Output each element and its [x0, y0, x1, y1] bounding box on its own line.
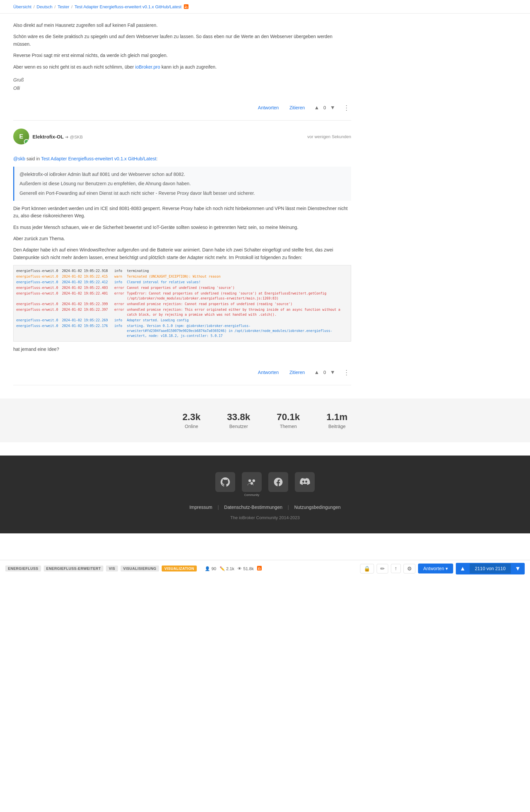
topic-link[interactable]: Test Adapter Energiefluss-erweitert v0.1…: [41, 156, 156, 161]
facebook-icon[interactable]: [268, 472, 288, 492]
post2-vote-down[interactable]: ▼: [328, 369, 337, 376]
github-icon[interactable]: [215, 472, 235, 492]
log-time: 2024-01-02 19:05:22.415: [62, 274, 112, 279]
post2-username[interactable]: Elektrofix-OL: [32, 134, 63, 140]
stat-topics-number: 70.1k: [277, 412, 300, 422]
stat-users: 33.8k Benutzer: [227, 412, 250, 429]
post2-vote-count: 0: [322, 370, 327, 375]
post2-more-btn[interactable]: ⋮: [342, 368, 351, 377]
discord-icon[interactable]: [295, 472, 315, 492]
iobroker-pro-link[interactable]: ioBroker.pro: [135, 64, 160, 70]
post2-avatar: E: [13, 129, 29, 144]
breadcrumb-sep-2: /: [54, 4, 56, 9]
log-time: 2024-01-02 19:05:22.399: [62, 302, 112, 306]
stat-topics-label: Themen: [277, 424, 300, 429]
stat-users-label: Benutzer: [227, 424, 250, 429]
log-time: 2024-01-02 19:05:22.401: [62, 291, 112, 301]
page-up-btn[interactable]: ▲: [456, 563, 470, 575]
breadcrumb-deutsch[interactable]: Deutsch: [37, 4, 53, 9]
log-msg: terminating: [127, 269, 348, 273]
stat-posts-number: 1.1m: [326, 412, 348, 422]
rss-icon[interactable]: [183, 4, 189, 9]
log-name: energiefluss-erweit.0: [16, 291, 59, 301]
log-row: energiefluss-erweit.0 2024-01-02 19:05:2…: [16, 317, 348, 323]
bottom-bar: ENERGIEFLUSS ENERGIEFLUSS-ERWEITERT VIS …: [0, 560, 530, 577]
share-btn[interactable]: ↑: [391, 564, 401, 573]
post2-line2: Es muss jeder Mensch schauen, wie er die…: [13, 223, 351, 231]
stat-posts: 1.1m Beiträge: [326, 412, 348, 429]
log-name: energiefluss-erweit.0: [16, 307, 59, 317]
breadcrumb-topic[interactable]: Test Adapter Energiefluss-erweitert v0.1…: [75, 4, 181, 9]
views-icon: 👁: [237, 566, 242, 571]
tag-energiefluss[interactable]: ENERGIEFLUSS: [5, 566, 41, 571]
post2-reply-btn[interactable]: Antworten: [255, 368, 282, 376]
post1-vote-down[interactable]: ▼: [328, 104, 337, 111]
log-msg: starting. Version 0.1.0 (npm: @iobroker/…: [127, 323, 348, 338]
log-name: energiefluss-erweit.0: [16, 274, 59, 279]
footer-icons: Community: [13, 472, 517, 497]
post1-vote-group: ▲ 0 ▼: [313, 104, 337, 111]
post2-time: vor wenigen Sekunden: [307, 134, 351, 139]
log-time: 2024-01-02 19:05:22.403: [62, 285, 112, 290]
post1-more-btn[interactable]: ⋮: [342, 103, 351, 112]
post1-body: Also direkt auf mein Hausnetz zugreifen …: [13, 14, 351, 100]
log-row: energiefluss-erweit.0 2024-01-02 19:05:2…: [16, 285, 348, 291]
post1-line3: Reverse Proxi sagt mir erst einmal nicht…: [13, 52, 351, 59]
tag-energiefluss-erweitert[interactable]: ENERGIEFLUSS-ERWEITERT: [44, 566, 104, 571]
page-down-btn[interactable]: ▼: [511, 563, 525, 575]
log-name: energiefluss-erweit.0: [16, 302, 59, 306]
svg-point-1: [185, 7, 186, 8]
online-badge: [24, 139, 29, 144]
post1-vote-up[interactable]: ▲: [313, 104, 321, 111]
log-level: error: [114, 302, 124, 306]
post2-quote-btn[interactable]: Zitieren: [287, 368, 308, 376]
footer-datenschutz[interactable]: Datenschutz-Bestimmungen: [224, 505, 282, 510]
footer-impressum[interactable]: Impressum: [190, 505, 212, 510]
post1-line2: Schön wäre es die Seite praktisch zu spi…: [13, 33, 351, 48]
footer-nutzung[interactable]: Nutzungsbedingungen: [294, 505, 340, 510]
stat-online: 2.3k Online: [182, 412, 201, 429]
log-name: energiefluss-erweit.0: [16, 269, 59, 273]
post2-body: @skb said in Test Adapter Energiefluss-e…: [13, 147, 351, 365]
log-name: energiefluss-erweit.0: [16, 318, 59, 323]
mention-skb: @skb: [13, 156, 25, 161]
footer-links: Impressum | Datenschutz-Bestimmungen | N…: [13, 505, 517, 510]
svg-point-2: [248, 479, 251, 482]
log-row: energiefluss-erweit.0 2024-01-02 19:05:2…: [16, 301, 348, 307]
post1-reply-btn[interactable]: Antworten: [255, 104, 282, 112]
breadcrumb-overview[interactable]: Übersicht: [13, 4, 31, 9]
post2-vote-up[interactable]: ▲: [313, 369, 321, 376]
log-msg: Terminated (UNCAUGHT_EXCEPTION): Without…: [127, 274, 348, 279]
svg-point-3: [252, 479, 255, 482]
log-row: energiefluss-erweit.0 2024-01-02 19:05:2…: [16, 307, 348, 317]
footer-copyright: The ioBroker Community 2014-2023: [13, 515, 517, 520]
tag-visualisierung[interactable]: VISUALISIERUNG: [121, 566, 159, 571]
reply-button[interactable]: Antworten ▾: [418, 564, 453, 574]
tag-visualization[interactable]: VISUALIZATION: [162, 566, 197, 571]
stat-users-number: 33.8k: [227, 412, 250, 422]
rss-icon-bottom[interactable]: [257, 566, 262, 571]
post1-signature: Gruß Olli: [13, 76, 351, 92]
breadcrumb-tester[interactable]: Tester: [58, 4, 69, 9]
log-name: energiefluss-erweit.0: [16, 280, 59, 285]
stat-members: 👤 90: [205, 566, 216, 571]
log-row: energiefluss-erweit.0 2024-01-02 19:05:2…: [16, 268, 348, 274]
post1-quote-btn[interactable]: Zitieren: [287, 104, 308, 112]
lock-btn[interactable]: 🔒: [360, 564, 374, 574]
log-time: 2024-01-02 19:05:22.176: [62, 323, 112, 338]
views-count: 51.8k: [243, 566, 254, 571]
post2-line1: Die Port können verändert werden und im …: [13, 205, 351, 220]
log-level: info: [114, 269, 124, 273]
tag-vis[interactable]: VIS: [106, 566, 118, 571]
log-name: energiefluss-erweit.0: [16, 323, 59, 338]
stat-posts-label: Beiträge: [326, 424, 348, 429]
edit-btn[interactable]: ✏: [377, 564, 388, 574]
post1-line4: Aber wenn es so nicht geht ist es auch n…: [13, 63, 351, 71]
breadcrumb-sep-1: /: [33, 4, 35, 9]
settings-btn[interactable]: ⚙: [403, 564, 415, 574]
reply-chevron: ▾: [445, 566, 448, 571]
community-icon-wrapper[interactable]: Community: [242, 472, 262, 497]
log-row: energiefluss-erweit.0 2024-01-02 19:05:2…: [16, 291, 348, 301]
log-time: 2024-01-02 19:05:22.412: [62, 280, 112, 285]
reply-btn-label: Antworten: [423, 566, 444, 571]
